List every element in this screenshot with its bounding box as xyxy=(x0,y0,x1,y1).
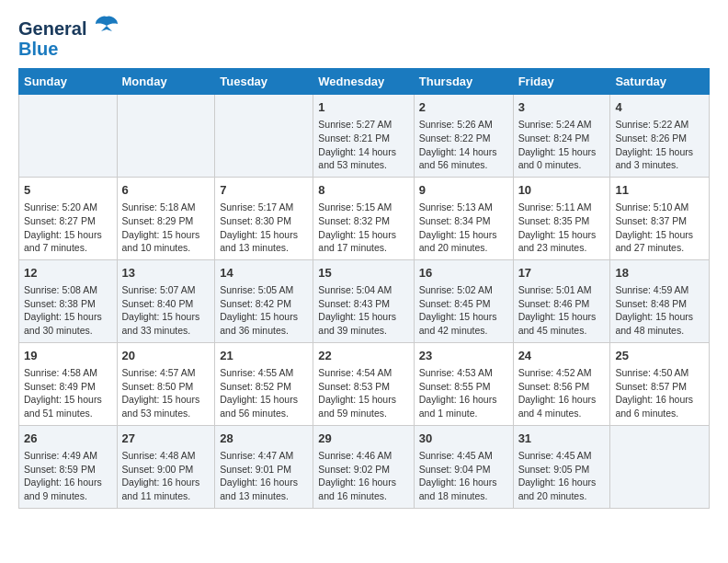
day-number: 17 xyxy=(518,265,606,282)
logo: General Blue xyxy=(18,18,119,59)
day-info: Sunrise: 5:18 AM xyxy=(122,201,210,214)
calendar-cell: 25Sunrise: 4:50 AMSunset: 8:57 PMDayligh… xyxy=(610,342,710,425)
day-number: 20 xyxy=(122,348,210,364)
day-info: Daylight: 16 hours and 20 minutes. xyxy=(518,476,606,502)
day-info: Daylight: 15 hours and 51 minutes. xyxy=(24,393,112,419)
calendar-cell: 15Sunrise: 5:04 AMSunset: 8:43 PMDayligh… xyxy=(313,259,414,342)
day-info: Sunset: 8:26 PM xyxy=(615,132,704,145)
day-info: Sunrise: 4:54 AM xyxy=(318,366,408,380)
day-info: Daylight: 15 hours and 3 minutes. xyxy=(615,145,704,172)
day-info: Sunset: 8:43 PM xyxy=(318,297,408,311)
day-info: Sunrise: 4:50 AM xyxy=(615,366,704,380)
day-info: Sunrise: 5:22 AM xyxy=(615,118,704,132)
day-number: 6 xyxy=(122,182,210,199)
calendar-cell: 27Sunrise: 4:48 AMSunset: 9:00 PMDayligh… xyxy=(117,425,215,508)
day-info: Daylight: 15 hours and 53 minutes. xyxy=(122,393,210,419)
day-number: 24 xyxy=(518,348,606,364)
day-info: Sunrise: 4:57 AM xyxy=(122,366,210,380)
day-info: Sunrise: 5:08 AM xyxy=(24,283,112,297)
day-info: Sunset: 8:52 PM xyxy=(220,380,308,394)
day-info: Sunrise: 5:05 AM xyxy=(220,283,308,297)
weekday-header-friday: Friday xyxy=(513,69,610,95)
day-info: Sunrise: 4:58 AM xyxy=(24,366,112,380)
day-info: Sunset: 8:42 PM xyxy=(220,297,308,311)
day-number: 18 xyxy=(615,265,704,282)
day-number: 11 xyxy=(615,182,704,199)
week-row-2: 5Sunrise: 5:20 AMSunset: 8:27 PMDaylight… xyxy=(19,177,710,259)
logo-bird-icon xyxy=(94,15,119,35)
calendar-cell xyxy=(19,95,118,178)
day-info: Sunset: 8:56 PM xyxy=(518,380,606,394)
day-number: 23 xyxy=(419,348,508,364)
weekday-header-saturday: Saturday xyxy=(610,69,710,95)
day-info: Sunset: 8:53 PM xyxy=(318,380,408,394)
day-info: Sunset: 8:24 PM xyxy=(518,132,606,145)
day-info: Daylight: 15 hours and 27 minutes. xyxy=(615,228,704,255)
day-info: Daylight: 16 hours and 1 minute. xyxy=(419,393,508,419)
calendar-cell: 11Sunrise: 5:10 AMSunset: 8:37 PMDayligh… xyxy=(610,177,710,259)
day-number: 7 xyxy=(220,182,308,199)
day-info: Sunrise: 5:07 AM xyxy=(122,283,210,297)
calendar-cell: 16Sunrise: 5:02 AMSunset: 8:45 PMDayligh… xyxy=(414,259,513,342)
day-info: Sunset: 8:49 PM xyxy=(24,380,112,394)
day-info: Sunset: 8:27 PM xyxy=(24,214,112,228)
day-info: Sunrise: 5:01 AM xyxy=(518,283,606,297)
day-info: Sunrise: 5:27 AM xyxy=(318,118,408,132)
day-info: Daylight: 15 hours and 7 minutes. xyxy=(24,228,112,255)
weekday-header-sunday: Sunday xyxy=(19,69,118,95)
calendar-cell: 26Sunrise: 4:49 AMSunset: 8:59 PMDayligh… xyxy=(19,425,118,508)
day-info: Daylight: 15 hours and 23 minutes. xyxy=(518,228,606,255)
logo-text: General xyxy=(18,18,119,39)
day-info: Daylight: 16 hours and 16 minutes. xyxy=(318,476,408,502)
week-row-5: 26Sunrise: 4:49 AMSunset: 8:59 PMDayligh… xyxy=(19,425,710,508)
day-info: Sunset: 8:48 PM xyxy=(615,297,704,311)
day-info: Daylight: 16 hours and 18 minutes. xyxy=(419,476,508,502)
day-number: 14 xyxy=(220,265,308,282)
day-info: Sunrise: 5:20 AM xyxy=(24,201,112,214)
day-number: 21 xyxy=(220,348,308,364)
day-info: Daylight: 16 hours and 4 minutes. xyxy=(518,393,606,419)
calendar-cell: 2Sunrise: 5:26 AMSunset: 8:22 PMDaylight… xyxy=(414,95,513,178)
calendar-cell xyxy=(117,95,215,178)
day-number: 25 xyxy=(615,348,704,364)
day-info: Sunset: 8:35 PM xyxy=(518,214,606,228)
calendar-cell: 22Sunrise: 4:54 AMSunset: 8:53 PMDayligh… xyxy=(313,342,414,425)
calendar-cell: 17Sunrise: 5:01 AMSunset: 8:46 PMDayligh… xyxy=(513,259,610,342)
day-info: Sunrise: 4:45 AM xyxy=(419,449,508,463)
day-number: 10 xyxy=(518,182,606,199)
day-info: Sunset: 8:38 PM xyxy=(24,297,112,311)
calendar-cell: 4Sunrise: 5:22 AMSunset: 8:26 PMDaylight… xyxy=(610,95,710,178)
calendar-cell: 20Sunrise: 4:57 AMSunset: 8:50 PMDayligh… xyxy=(117,342,215,425)
weekday-header-thursday: Thursday xyxy=(414,69,513,95)
day-number: 8 xyxy=(318,182,408,199)
day-info: Sunset: 8:57 PM xyxy=(615,380,704,394)
calendar-cell xyxy=(215,95,313,178)
weekday-header-tuesday: Tuesday xyxy=(215,69,313,95)
calendar-cell: 7Sunrise: 5:17 AMSunset: 8:30 PMDaylight… xyxy=(215,177,313,259)
logo-blue: Blue xyxy=(18,39,119,59)
weekday-header-row: SundayMondayTuesdayWednesdayThursdayFrid… xyxy=(19,69,710,95)
week-row-1: 1Sunrise: 5:27 AMSunset: 8:21 PMDaylight… xyxy=(19,95,710,178)
day-info: Sunset: 8:34 PM xyxy=(419,214,508,228)
day-info: Sunrise: 4:48 AM xyxy=(122,449,210,463)
calendar-cell: 19Sunrise: 4:58 AMSunset: 8:49 PMDayligh… xyxy=(19,342,118,425)
calendar-cell: 28Sunrise: 4:47 AMSunset: 9:01 PMDayligh… xyxy=(215,425,313,508)
day-number: 4 xyxy=(615,99,704,116)
calendar-cell: 13Sunrise: 5:07 AMSunset: 8:40 PMDayligh… xyxy=(117,259,215,342)
day-info: Daylight: 15 hours and 59 minutes. xyxy=(318,393,408,419)
day-info: Sunrise: 5:17 AM xyxy=(220,201,308,214)
day-info: Sunrise: 4:55 AM xyxy=(220,366,308,380)
day-info: Sunrise: 4:59 AM xyxy=(615,283,704,297)
day-info: Daylight: 16 hours and 9 minutes. xyxy=(24,476,112,502)
calendar-table: SundayMondayTuesdayWednesdayThursdayFrid… xyxy=(18,68,710,509)
calendar-cell: 23Sunrise: 4:53 AMSunset: 8:55 PMDayligh… xyxy=(414,342,513,425)
day-number: 3 xyxy=(518,99,606,116)
day-info: Daylight: 16 hours and 11 minutes. xyxy=(122,476,210,502)
day-info: Sunrise: 5:02 AM xyxy=(419,283,508,297)
day-info: Sunset: 8:32 PM xyxy=(318,214,408,228)
calendar-cell: 12Sunrise: 5:08 AMSunset: 8:38 PMDayligh… xyxy=(19,259,118,342)
day-info: Daylight: 15 hours and 0 minutes. xyxy=(518,145,606,172)
calendar-cell: 9Sunrise: 5:13 AMSunset: 8:34 PMDaylight… xyxy=(414,177,513,259)
day-info: Sunset: 8:29 PM xyxy=(122,214,210,228)
weekday-header-monday: Monday xyxy=(117,69,215,95)
